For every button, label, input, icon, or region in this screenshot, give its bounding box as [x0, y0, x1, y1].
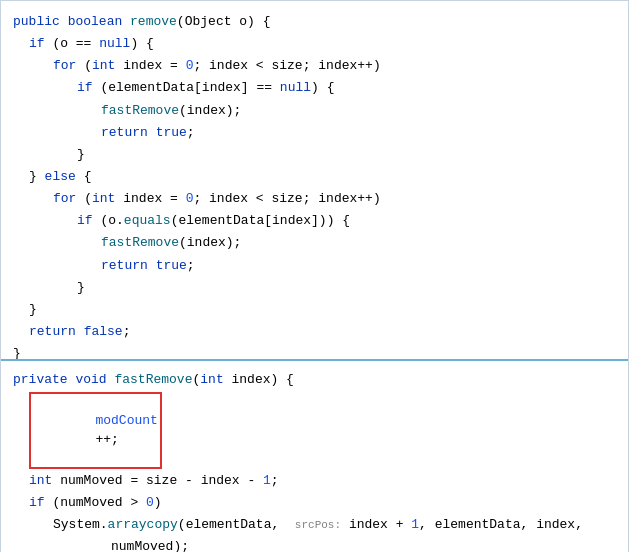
- code-line: for ( int index = 0 ; index < size; inde…: [1, 55, 628, 77]
- code-line: if (o == null ) {: [1, 33, 628, 55]
- code-line: }: [1, 299, 628, 321]
- code-line: }: [1, 343, 628, 361]
- modcount-highlight: modCount ++;: [29, 392, 162, 469]
- code-line: return false ;: [1, 321, 628, 343]
- code-line: return true ;: [1, 255, 628, 277]
- keyword-boolean: boolean: [68, 12, 123, 32]
- code-line: }: [1, 144, 628, 166]
- code-line: fastRemove (index);: [1, 100, 628, 122]
- method-remove: remove: [130, 12, 177, 32]
- code-line: for ( int index = 0 ; index < size; inde…: [1, 188, 628, 210]
- top-panel: public boolean remove ( Object o) { if (…: [1, 1, 628, 361]
- code-line: public boolean remove ( Object o) {: [1, 11, 628, 33]
- code-line-arraycopy: System. arraycopy (elementData, srcPos: …: [1, 514, 628, 536]
- code-line-modcount: modCount ++;: [1, 391, 628, 470]
- bottom-panel: private void fastRemove ( int index) { m…: [1, 361, 628, 552]
- keyword-public: public: [13, 12, 60, 32]
- code-line: }: [1, 277, 628, 299]
- code-line: } else {: [1, 166, 628, 188]
- code-line: fastRemove (index);: [1, 232, 628, 254]
- code-line: private void fastRemove ( int index) {: [1, 369, 628, 391]
- code-line: return true ;: [1, 122, 628, 144]
- code-line: int numMoved = size - index - 1 ;: [1, 470, 628, 492]
- code-editor: public boolean remove ( Object o) { if (…: [0, 0, 629, 552]
- code-line: if (o. equals (elementData[index])) {: [1, 210, 628, 232]
- code-line: if (elementData[index] == null ) {: [1, 77, 628, 99]
- code-line: if (numMoved > 0 ): [1, 492, 628, 514]
- code-line-nummoved: numMoved);: [1, 536, 628, 552]
